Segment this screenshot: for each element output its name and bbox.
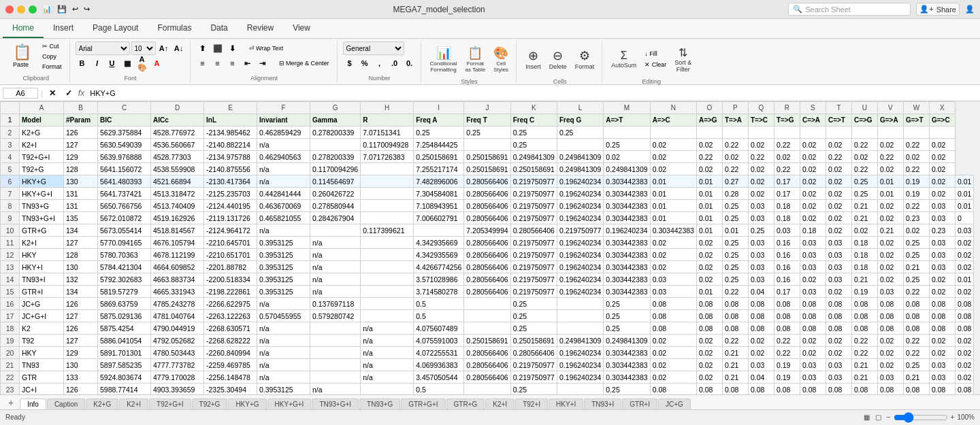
cell[interactable]: Model	[20, 114, 64, 126]
cell[interactable]: 5780.70363	[98, 249, 151, 261]
search-bar[interactable]: 🔍 Search Sheet	[788, 3, 911, 16]
format-button[interactable]: ⚙ Format	[572, 41, 598, 77]
cell[interactable]: 0.219750977	[510, 249, 557, 261]
border-button[interactable]: ▦	[120, 56, 134, 70]
cell[interactable]: 0.18	[851, 237, 877, 249]
cell[interactable]: 0.03	[748, 359, 774, 371]
cell[interactable]: 0.02	[955, 237, 973, 249]
cell[interactable]: 0.303442383	[604, 200, 650, 212]
cell[interactable]: 0.22	[696, 151, 722, 163]
col-header-g[interactable]: G	[310, 102, 361, 114]
cell[interactable]: 0.08	[696, 310, 722, 322]
cut-button[interactable]: ✂ Cut	[39, 41, 65, 51]
cell[interactable]: n/a	[257, 347, 310, 359]
cell[interactable]: 0.17	[774, 175, 800, 188]
cell[interactable]: #Param	[64, 114, 98, 126]
cell[interactable]: 0.02	[696, 371, 722, 384]
cell[interactable]: -2325.30494	[204, 384, 257, 395]
italic-button[interactable]: I	[91, 56, 104, 70]
cell[interactable]: 0.08	[800, 310, 826, 322]
cell[interactable]: 0.03	[800, 359, 826, 371]
cell[interactable]: n/a	[361, 335, 414, 347]
cell[interactable]: 0.196240234	[557, 359, 603, 371]
cell[interactable]	[604, 126, 650, 139]
cell[interactable]: 0.01	[650, 175, 696, 188]
cell[interactable]: 0.03	[748, 261, 774, 273]
cell[interactable]: 0.02	[826, 224, 851, 237]
col-header-e[interactable]: E	[204, 102, 257, 114]
col-header-l[interactable]: L	[557, 102, 603, 114]
cell[interactable]: 4519.162926	[151, 212, 204, 224]
cell[interactable]: 0.22	[903, 139, 929, 151]
cell[interactable]: 0.02	[877, 139, 903, 151]
cell[interactable]: 0.02	[650, 371, 696, 384]
cell[interactable]: 0.02	[800, 212, 826, 224]
cell[interactable]: 0.25	[414, 126, 464, 139]
undo-icon[interactable]: ↩	[72, 5, 78, 14]
cell[interactable]: 0.08	[696, 322, 722, 335]
share-button[interactable]: 👤+ Format Share	[916, 3, 960, 16]
increase-decimal-button[interactable]: .0	[388, 56, 402, 70]
cell[interactable]: 0.303442383	[604, 175, 650, 188]
cell[interactable]: 0.196240234	[557, 212, 603, 224]
cell[interactable]: 4664.609852	[151, 261, 204, 273]
cell[interactable]: 5650.766756	[98, 200, 151, 212]
cell[interactable]: Gamma	[310, 114, 361, 126]
cell[interactable]: C=>A	[800, 114, 826, 126]
cell[interactable]: 7.254844425	[414, 139, 464, 151]
cell[interactable]: 0.08	[877, 298, 903, 310]
cell[interactable]: 0.25	[722, 200, 748, 212]
cell[interactable]: n/a	[257, 322, 310, 335]
cell[interactable]: 0.19	[903, 175, 929, 188]
cell[interactable]: 4.342935669	[414, 237, 464, 249]
cell[interactable]: 0.08	[929, 310, 955, 322]
col-header-b[interactable]: B	[64, 102, 98, 114]
redo-icon[interactable]: ↪	[84, 5, 90, 14]
cell[interactable]: 0.16	[774, 237, 800, 249]
cell[interactable]: 0.25	[722, 273, 748, 286]
cell[interactable]: 0.196240234	[557, 286, 603, 298]
cell[interactable]: 0.02	[748, 163, 774, 175]
cell[interactable]: 0.02	[929, 188, 955, 200]
cell[interactable]	[310, 359, 361, 371]
insert-button[interactable]: ⊕ Insert	[522, 41, 544, 77]
cell[interactable]: 0.02	[826, 139, 851, 151]
user-icon[interactable]: 👤	[965, 5, 975, 14]
sheet-tab-hkygi[interactable]: HKY+G+I	[267, 398, 312, 409]
cell[interactable]: 0.02	[903, 151, 929, 163]
cell[interactable]: 0.03	[800, 286, 826, 298]
tab-data[interactable]: Data	[201, 19, 237, 38]
cell[interactable]: TN93+G+I	[20, 212, 64, 224]
cell[interactable]: 0.22	[851, 347, 877, 359]
cell[interactable]: n/a	[361, 359, 414, 371]
cell[interactable]: 0.02	[800, 200, 826, 212]
cell[interactable]: 5886.041054	[98, 335, 151, 347]
cell[interactable]: 0.442841444	[257, 188, 310, 200]
cell[interactable]: TN93+I	[20, 273, 64, 286]
cell[interactable]: 0.03	[826, 261, 851, 273]
col-header-u[interactable]: U	[851, 102, 877, 114]
col-header-s[interactable]: S	[800, 102, 826, 114]
cell[interactable]	[557, 139, 603, 151]
cell[interactable]: 0.25	[722, 261, 748, 273]
cell[interactable]: 0.25	[851, 175, 877, 188]
cell[interactable]: 0.250158691	[510, 335, 557, 347]
cell[interactable]: 7.07151341	[361, 126, 414, 139]
cell[interactable]: 0.196240234	[557, 237, 603, 249]
cell[interactable]: 0.08	[774, 310, 800, 322]
cell[interactable]: 0.02	[903, 224, 929, 237]
conditional-formatting-button[interactable]: 📊 ConditionalFormatting	[427, 41, 461, 77]
cell[interactable]: 0.02	[696, 163, 722, 175]
cell[interactable]: 126	[64, 322, 98, 335]
cell[interactable]: -2200.518334	[204, 273, 257, 286]
cell[interactable]: G=>C	[929, 114, 955, 126]
confirm-formula-button[interactable]: ✓	[62, 86, 76, 100]
cell[interactable]: K2+I	[20, 237, 64, 249]
col-header-w[interactable]: W	[903, 102, 929, 114]
sheet-tab-k2i2[interactable]: K2+I	[485, 398, 514, 409]
cell[interactable]: 0.03	[929, 237, 955, 249]
cell[interactable]: 127	[64, 335, 98, 347]
cell[interactable]: 0.21	[851, 359, 877, 371]
cell[interactable]: 0.280566406	[464, 286, 510, 298]
sheet-tab-jcg[interactable]: JC+G	[658, 398, 691, 409]
